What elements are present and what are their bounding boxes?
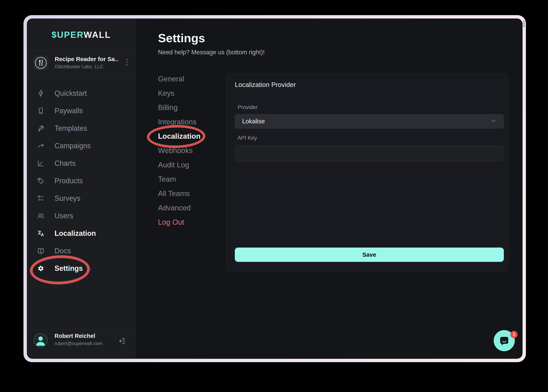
translate-icon	[36, 229, 45, 238]
sidebar-item-label: Paywalls	[55, 107, 83, 115]
arrow-route-icon	[36, 141, 45, 150]
chart-line-icon	[36, 159, 45, 168]
user-email: robert@superwall.com	[55, 341, 102, 346]
sidebar-item-label: Surveys	[55, 194, 80, 203]
page-title: Settings	[158, 31, 205, 45]
sidebar-nav: Quickstart Paywalls Templates	[27, 84, 136, 277]
superwall-logo: $UPERWALL	[52, 30, 111, 40]
provider-label: Provider	[238, 104, 258, 111]
card-title: Localization Provider	[226, 73, 508, 96]
provider-select[interactable]: Lokalise	[235, 114, 504, 129]
tab-general[interactable]: General	[158, 72, 218, 86]
chat-unread-badge: 1	[510, 331, 518, 338]
tab-all-teams[interactable]: All Teams	[158, 186, 218, 201]
logo-prefix: $UPER	[52, 30, 83, 40]
localization-provider-card: Localization Provider Provider Lokalise …	[226, 73, 508, 271]
smartphone-icon	[36, 106, 45, 115]
project-org: Glitchbuster Labs, LLC	[55, 64, 103, 70]
logo-suffix: WALL	[83, 30, 111, 40]
sidebar-item-users[interactable]: Users	[27, 207, 136, 225]
sidebar-item-products[interactable]: Products	[27, 172, 136, 190]
sidebar-item-campaigns[interactable]: Campaigns	[27, 137, 136, 155]
project-name: Recipe Reader for Sa…	[55, 56, 118, 63]
fork-knife-icon	[33, 55, 48, 70]
tab-log-out[interactable]: Log Out	[158, 215, 218, 229]
sidebar-item-label: Docs	[55, 247, 71, 255]
tab-team[interactable]: Team	[158, 172, 218, 186]
tab-integrations[interactable]: Integrations	[158, 115, 218, 129]
tab-localization[interactable]: Localization	[158, 129, 218, 143]
sidebar-item-label: Quickstart	[55, 89, 87, 98]
sidebar-item-label: Settings	[55, 264, 83, 273]
gear-icon	[36, 264, 45, 273]
sidebar-item-charts[interactable]: Charts	[27, 155, 136, 172]
sidebar-item-label: Products	[55, 177, 83, 185]
page-subtitle: Need help? Message us (bottom right)!	[158, 49, 265, 56]
tag-icon	[36, 176, 45, 185]
window-handle-dots[interactable]	[523, 21, 525, 27]
sidebar-item-templates[interactable]: Templates	[27, 119, 136, 137]
tab-webhooks[interactable]: Webhooks	[158, 143, 218, 158]
sidebar-item-paywalls[interactable]: Paywalls	[27, 102, 136, 119]
rocket-icon	[36, 124, 45, 133]
provider-select-value: Lokalise	[242, 118, 491, 125]
sidebar-item-label: Campaigns	[55, 142, 91, 150]
main-area: Settings Need help? Message us (bottom r…	[136, 19, 522, 359]
settings-nav: General Keys Billing Integrations Locali…	[158, 72, 218, 229]
sidebar-item-settings[interactable]: Settings	[27, 260, 136, 277]
tab-audit-log[interactable]: Audit Log	[158, 158, 218, 172]
project-menu-kebab-icon[interactable]	[126, 59, 128, 65]
user-name: Robert Reichel	[55, 333, 95, 339]
sidebar-item-label: Charts	[55, 159, 76, 168]
lightning-icon	[36, 89, 45, 98]
tab-billing[interactable]: Billing	[158, 100, 218, 115]
checklist-icon	[36, 194, 45, 203]
tab-keys[interactable]: Keys	[158, 86, 218, 100]
logo-row: $UPERWALL	[27, 19, 136, 51]
chat-launcher[interactable]: 1	[494, 330, 515, 351]
app-content: $UPERWALL Recipe Reader for Sa… Glitchbu…	[27, 19, 522, 359]
sidebar-item-surveys[interactable]: Surveys	[27, 190, 136, 207]
project-avatar	[33, 55, 48, 70]
tab-advanced[interactable]: Advanced	[158, 201, 218, 215]
sidebar-item-quickstart[interactable]: Quickstart	[27, 84, 136, 102]
logout-icon[interactable]	[118, 337, 125, 345]
api-key-input[interactable]	[235, 145, 504, 161]
book-icon	[36, 246, 45, 255]
avatar[interactable]	[34, 333, 48, 347]
sidebar-item-docs[interactable]: Docs	[27, 242, 136, 260]
api-key-label: API Key	[238, 135, 257, 141]
chat-bubble-icon	[499, 335, 510, 346]
sidebar-item-label: Templates	[55, 124, 87, 133]
users-icon	[36, 211, 45, 220]
save-button[interactable]: Save	[235, 248, 504, 262]
project-selector[interactable]: Recipe Reader for Sa… Glitchbuster Labs,…	[27, 51, 136, 77]
sidebar-item-localization[interactable]: Localization	[27, 225, 136, 242]
app-window: $UPERWALL Recipe Reader for Sa… Glitchbu…	[23, 15, 526, 362]
sidebar-item-label: Localization	[55, 229, 96, 238]
chevron-down-icon	[491, 119, 496, 124]
sidebar-item-label: Users	[55, 212, 73, 220]
user-row: Robert Reichel robert@superwall.com	[27, 329, 136, 359]
sidebar: $UPERWALL Recipe Reader for Sa… Glitchbu…	[27, 19, 136, 359]
